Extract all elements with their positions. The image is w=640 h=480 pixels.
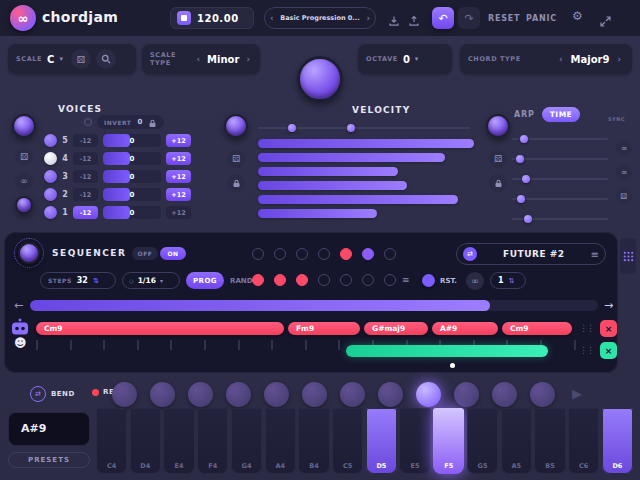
repeat-control[interactable]: 1 ⇅	[490, 272, 526, 289]
velocity-lock-icon[interactable]	[227, 174, 245, 192]
pad[interactable]	[188, 382, 213, 407]
rate-dropdown-icon[interactable]: ▾	[160, 277, 163, 284]
arp-lock-icon[interactable]	[489, 174, 507, 192]
scale-search-icon[interactable]	[96, 49, 116, 69]
invert-control[interactable]: INVERT 0	[84, 115, 164, 129]
preset-name[interactable]: Basic Progression 0...	[279, 14, 362, 22]
voice-minus12-button[interactable]: -12	[73, 170, 98, 183]
arp-slider[interactable]	[512, 198, 608, 200]
rate-value[interactable]: 1/16	[138, 276, 156, 285]
sequencer-off-button[interactable]: OFF	[132, 247, 158, 260]
sequencer-preset-pill[interactable]: ⇄ FUTURE #2 ≡	[456, 243, 606, 265]
voice-plus12-button[interactable]: +12	[166, 206, 191, 219]
preset-prev-icon[interactable]: ‹	[265, 13, 279, 23]
scale-value[interactable]: C	[47, 54, 54, 65]
repeat-stepper-icon[interactable]: ⇅	[509, 277, 515, 285]
seq-step-dot[interactable]	[296, 274, 308, 286]
seq-scroll-left-icon[interactable]: ←	[14, 299, 23, 312]
velocity-bar[interactable]	[258, 153, 445, 162]
seq-step-dot[interactable]	[252, 248, 264, 260]
voice-offset-slider[interactable]: 0	[103, 206, 161, 219]
chord-block[interactable]: A#9	[432, 322, 498, 335]
piano-key[interactable]: D5	[366, 408, 397, 474]
velocity-dice-icon[interactable]: ⚄	[227, 150, 245, 168]
piano-key[interactable]: C5	[332, 408, 363, 474]
pad[interactable]	[492, 382, 517, 407]
mod-lane-remove-button[interactable]: ×	[600, 342, 617, 359]
scale-type-prev-icon[interactable]: ‹	[194, 54, 202, 64]
seq-step-dot[interactable]	[274, 274, 286, 286]
arp-slider[interactable]	[512, 178, 608, 180]
preset-swap-icon[interactable]: ⇄	[463, 247, 477, 261]
rate-control[interactable]: ◇ 1/16 ▾	[122, 272, 180, 289]
step-list-icon[interactable]: ≡	[402, 275, 410, 285]
arp-dice2-icon[interactable]: ⚄	[616, 188, 632, 204]
chord-block[interactable]: Cm9	[502, 322, 572, 335]
chord-lane-remove-button[interactable]: ×	[600, 320, 617, 337]
pad[interactable]	[226, 382, 251, 407]
arp-slider[interactable]	[512, 158, 608, 160]
voice-toggle[interactable]	[44, 134, 57, 147]
resize-expand-icon[interactable]	[600, 12, 611, 31]
voices-knob[interactable]	[12, 114, 36, 138]
piano-key[interactable]: D6	[602, 408, 633, 474]
time-tab[interactable]: TIME	[542, 107, 580, 122]
scale-type-value[interactable]: Minor	[207, 54, 239, 65]
scale-dice-icon[interactable]: ⚄	[71, 49, 91, 69]
presets-button[interactable]: PRESETS	[8, 452, 90, 468]
bend-control[interactable]: ⇄ BEND	[30, 386, 75, 402]
arp-handle[interactable]	[524, 215, 532, 223]
rst-label[interactable]: RST.	[440, 277, 457, 285]
preset-next-icon[interactable]: ›	[361, 13, 375, 23]
octave-dropdown-icon[interactable]: ▾	[415, 55, 419, 63]
sequencer-knob[interactable]	[14, 238, 44, 268]
main-knob[interactable]	[297, 56, 343, 102]
voices-dice-icon[interactable]: ⚄	[15, 148, 33, 166]
rand-button[interactable]: RAND	[230, 277, 252, 285]
repeat-value[interactable]: 1	[498, 276, 504, 285]
pad[interactable]	[378, 382, 403, 407]
velocity-bar[interactable]	[258, 181, 407, 190]
seq-step-dot[interactable]	[318, 248, 330, 260]
voice-toggle[interactable]	[44, 206, 57, 219]
piano-key[interactable]: B4	[298, 408, 329, 474]
pad[interactable]	[264, 382, 289, 407]
chord-block[interactable]: Fm9	[288, 322, 360, 335]
pad[interactable]	[454, 382, 479, 407]
seq-step-dot[interactable]	[318, 274, 330, 286]
chord-block[interactable]: Cm9	[36, 322, 284, 335]
octave-value[interactable]: 0	[403, 54, 410, 65]
curve-handle[interactable]	[347, 124, 355, 132]
pad[interactable]	[150, 382, 175, 407]
seq-step-dot[interactable]	[384, 274, 396, 286]
velocity-bar[interactable]	[258, 167, 398, 176]
invert-toggle[interactable]	[84, 118, 92, 126]
velocity-knob[interactable]	[224, 114, 248, 138]
play-pads-icon[interactable]: ▶	[572, 386, 582, 401]
pad[interactable]	[416, 382, 441, 407]
arp-loop-icon[interactable]: ∞	[616, 140, 632, 156]
bpm-value[interactable]: 120.00	[197, 13, 239, 24]
voice-plus12-button[interactable]: +12	[166, 188, 191, 201]
voice-offset-slider[interactable]: 0	[103, 188, 161, 201]
piano-key[interactable]: B5	[534, 408, 565, 474]
arp-handle[interactable]	[522, 175, 530, 183]
pad[interactable]	[112, 382, 137, 407]
humanize-face-icon[interactable]: ☻	[14, 337, 27, 349]
voice-offset-slider[interactable]: 0	[103, 170, 161, 183]
arp-tab[interactable]: ARP	[514, 110, 535, 119]
scale-type-next-icon[interactable]: ›	[244, 54, 252, 64]
seq-step-dot[interactable]	[362, 274, 374, 286]
piano-key[interactable]: C6	[568, 408, 599, 474]
voice-minus12-button[interactable]: -12	[73, 206, 98, 219]
panic-button[interactable]: PANIC	[526, 14, 557, 23]
reset-button[interactable]: RESET	[488, 14, 520, 23]
voices-link-icon[interactable]: ∞	[15, 172, 33, 190]
tap-tempo-icon[interactable]	[177, 11, 191, 25]
piano-key[interactable]: A5	[501, 408, 532, 474]
voice-minus12-button[interactable]: -12	[73, 188, 98, 201]
steps-control[interactable]: STEPS 32 ⇅	[40, 272, 116, 289]
save-preset-icon[interactable]	[388, 12, 400, 31]
piano-key[interactable]: C4	[96, 408, 127, 474]
velocity-bar[interactable]	[258, 139, 474, 148]
